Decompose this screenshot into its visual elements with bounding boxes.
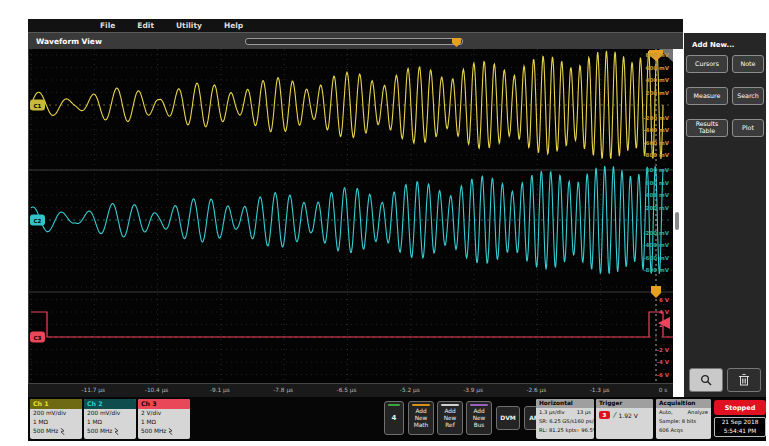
scale-label: 800 mV <box>646 167 669 173</box>
channel-badge-row: 500 MHz <box>84 427 136 436</box>
channel-badge-ch3[interactable]: Ch 32 V/div1 MΩ500 MHz <box>138 399 190 439</box>
button-accent-line <box>412 404 430 406</box>
time-axis-label: -6.5 μs <box>337 387 357 393</box>
slice-resize-handle[interactable] <box>675 212 679 230</box>
scale-label: 6 V <box>659 297 669 303</box>
horizontal-row: 1.3 μs/div13 μs <box>536 408 594 417</box>
date-value: 21 Sep 2018 <box>715 418 765 427</box>
datetime-box[interactable]: 21 Sep 2018 5:54:41 PM <box>714 417 766 437</box>
tab-bar: Waveform View <box>28 32 683 49</box>
scale-label: -4 V <box>657 359 669 365</box>
waveform-display[interactable]: 800 mV600 mV400 mV200 mV-200 mV-400 mV-6… <box>28 49 673 383</box>
acquisition-row: Sample: 8 bits <box>656 417 711 426</box>
time-axis-label: 0 s <box>659 387 668 393</box>
time-axis-label: -10.4 μs <box>145 387 169 393</box>
acquisition-badge[interactable]: Acquisition Auto,AnalyzeSample: 8 bits60… <box>656 399 711 439</box>
menu-file[interactable]: File <box>100 21 115 30</box>
scale-label: -400 mV <box>643 242 669 248</box>
zoom-mode-button[interactable] <box>689 368 723 392</box>
scale-label: 400 mV <box>646 192 669 198</box>
horizontal-row: RL: 81.25 kpts▼ 96.5% <box>536 426 594 435</box>
button-accent-line <box>470 404 488 406</box>
dvm-label: DVM <box>497 414 519 422</box>
channel-4-label: 4 <box>385 414 403 423</box>
probe-icon <box>60 428 65 435</box>
time-axis-label: -7.8 μs <box>273 387 293 393</box>
add-new-ref-button[interactable]: AddNewRef <box>437 401 463 435</box>
channel-badge-row: 200 mV/div <box>30 409 82 418</box>
channel-badge-title: Ch 2 <box>84 399 136 409</box>
scale-label: -400 mV <box>643 127 669 133</box>
add-new-header: Add New... <box>692 41 766 49</box>
add-new-search-button[interactable]: Search <box>732 87 764 105</box>
acquisition-row: Auto,Analyze <box>656 408 711 417</box>
trash-icon <box>738 371 750 390</box>
scale-label: 2 V <box>659 322 669 328</box>
scale-label: 4 V <box>659 309 669 315</box>
add-new-measure-button[interactable]: Measure <box>686 87 728 105</box>
add-new-button-label: AddNewBus <box>467 408 491 430</box>
add-new-button-label: AddNewMath <box>409 408 433 430</box>
trigger-position-slider-marker[interactable] <box>452 38 461 47</box>
add-new-cursors-button[interactable]: Cursors <box>686 55 728 73</box>
add-new-math-button[interactable]: AddNewMath <box>408 401 434 435</box>
menu-edit[interactable]: Edit <box>137 21 154 30</box>
add-new-results-table-button[interactable]: Results Table <box>686 119 728 137</box>
channel-marker-c1[interactable]: C1 <box>30 100 45 111</box>
magnifier-icon <box>700 371 712 390</box>
time-axis-label: -9.1 μs <box>210 387 230 393</box>
time-axis-label: -5.2 μs <box>400 387 420 393</box>
menu-utility[interactable]: Utility <box>176 21 202 30</box>
button-accent-line <box>441 404 459 406</box>
channel-marker-c3[interactable]: C3 <box>30 332 45 343</box>
menu-bar: FileEditUtilityHelp <box>28 19 683 32</box>
scale-label: 600 mV <box>646 180 669 186</box>
horizontal-row: SR: 6.25 GS/s160 ps/pt <box>536 417 594 426</box>
trigger-source-badge: 3 <box>599 411 610 419</box>
scale-label: 200 mV <box>646 205 669 211</box>
rising-edge-icon: / <box>613 411 616 419</box>
horizontal-position-slider[interactable] <box>245 38 463 45</box>
add-new-bus-button[interactable]: AddNewBus <box>466 401 492 435</box>
channel-4-button[interactable]: 4 <box>384 401 404 435</box>
dvm-button[interactable]: DVM <box>496 406 520 430</box>
time-axis: -11.7 μs-10.4 μs-9.1 μs-7.8 μs-6.5 μs-5.… <box>28 383 673 397</box>
add-new-button-label: AddNewRef <box>438 408 462 430</box>
scale-label: 600 mV <box>646 65 669 71</box>
scale-label: -600 mV <box>643 140 669 146</box>
scale-label: 400 mV <box>646 77 669 83</box>
channel-badge-row: 500 MHz <box>30 427 82 436</box>
time-axis-label: -3.9 μs <box>463 387 483 393</box>
probe-icon <box>168 428 173 435</box>
clear-trash-button[interactable] <box>727 368 761 392</box>
channel-badge-ch2[interactable]: Ch 2200 mV/div1 MΩ500 MHz <box>84 399 136 439</box>
scale-label: -800 mV <box>643 267 669 273</box>
channel-badge-row: 500 MHz <box>138 427 190 436</box>
add-new-plot-button[interactable]: Plot <box>732 119 764 137</box>
scale-label: -2 V <box>657 347 669 353</box>
time-axis-label: -2.6 μs <box>526 387 546 393</box>
acquisition-row: 606 Acqs <box>656 426 711 435</box>
acquisition-title: Acquisition <box>656 399 711 408</box>
trigger-level-value: 1.92 V <box>619 412 638 419</box>
waveform-view-tab[interactable]: Waveform View <box>36 37 102 46</box>
horizontal-badge[interactable]: Horizontal 1.3 μs/div13 μsSR: 6.25 GS/s1… <box>536 399 594 439</box>
run-stop-status-button[interactable]: Stopped <box>714 400 766 415</box>
channel-badge-title: Ch 3 <box>138 399 190 409</box>
scale-label: -800 mV <box>643 152 669 158</box>
scale-label: 200 mV <box>646 90 669 96</box>
scale-label: -200 mV <box>643 115 669 121</box>
channel-badge-ch1[interactable]: Ch 1200 mV/div1 MΩ500 MHz <box>30 399 82 439</box>
channel-badge-row: 1 MΩ <box>84 418 136 427</box>
scale-label: -600 mV <box>643 255 669 261</box>
trigger-badge[interactable]: Trigger 3 / 1.92 V <box>596 399 653 439</box>
channel-badge-row: 2 V/div <box>138 409 190 418</box>
add-new-note-button[interactable]: Note <box>732 55 764 73</box>
channel-badge-row: 1 MΩ <box>30 418 82 427</box>
scale-label: -6 V <box>657 372 669 378</box>
time-axis-label: -11.7 μs <box>82 387 106 393</box>
channel-marker-c2[interactable]: C2 <box>30 215 45 226</box>
time-axis-label: -1.3 μs <box>590 387 610 393</box>
menu-help[interactable]: Help <box>224 21 243 30</box>
probe-icon <box>114 428 119 435</box>
